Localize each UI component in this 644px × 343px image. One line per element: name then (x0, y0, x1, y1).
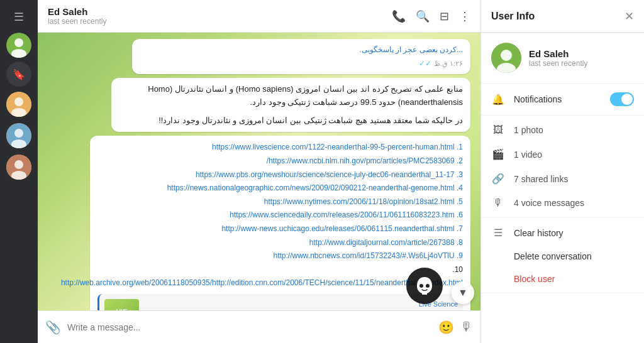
link-6[interactable]: 6. https://www.sciencedaily.com/releases… (97, 209, 463, 222)
scroll-down-button[interactable]: ▼ (452, 281, 474, 304)
notifications-section: 🔔 Notifications (481, 84, 644, 116)
chat-header-actions: 📞 🔍 ⊟ ⋮ (392, 9, 470, 23)
voice-count: 4 voice messages (514, 198, 584, 208)
menu-icon[interactable]: ☰ (9, 5, 29, 29)
delete-conversation-label: Delete conversation (514, 251, 592, 261)
clear-history-icon: ☰ (491, 227, 505, 239)
link-5[interactable]: 5. https://www.nytimes.com/2006/11/18/op… (97, 195, 463, 209)
message-input[interactable] (67, 322, 432, 332)
delete-conversation-button[interactable]: Delete conversation (481, 245, 644, 268)
panel-profile: Ed Saleh last seen recently (481, 33, 644, 84)
link-9[interactable]: 9. http://www.nbcnews.com/id/15732243/#.… (97, 249, 463, 263)
mic-icon[interactable]: 🎙 (460, 320, 473, 334)
link-1[interactable]: 1. https://www.livescience.com/1122-nean… (97, 141, 463, 155)
preview-source: Live Science (144, 299, 458, 310)
preview-image: LIVESCIEN (104, 299, 139, 310)
message-text-top: ...کردن بعضی عجز از پاسخگویی. (359, 45, 463, 54)
profile-info: Ed Saleh last seen recently (529, 48, 587, 68)
block-user-label: Block user (514, 274, 555, 284)
notifications-label: Notifications (514, 94, 601, 104)
user-avatar[interactable] (6, 33, 31, 58)
clear-history-label: Clear history (514, 228, 564, 238)
link-7[interactable]: 7. http://www-news.uchicago.edu/releases… (97, 222, 463, 236)
svg-point-15 (501, 50, 512, 61)
sidebar-contact-3[interactable] (6, 155, 31, 180)
chat-input-bar: 📎 🙂 🎙 (38, 310, 480, 343)
call-icon[interactable]: 📞 (392, 9, 406, 23)
chat-messages: ...کردن بعضی عجز از پاسخگویی. ۱:۲۶ ق.ظ ✓… (38, 33, 480, 310)
bot-avatar (406, 268, 443, 304)
preview-title: Neanderthal: 99.5 Percent Human (144, 309, 458, 310)
bot-icon (413, 275, 436, 297)
clear-history-button[interactable]: ☰ Clear history (481, 220, 644, 245)
photos-count: 1 photo (514, 125, 543, 135)
sidebar-contact-2[interactable] (6, 123, 31, 148)
profile-avatar (491, 43, 521, 73)
notifications-row[interactable]: 🔔 Notifications (481, 86, 644, 112)
sidebar-contact-1[interactable] (6, 92, 31, 117)
video-icon: 🎬 (491, 148, 505, 160)
panel-title: User Info (491, 11, 625, 22)
sidebar: ☰ 🔖 (0, 0, 38, 343)
svg-point-4 (14, 97, 23, 106)
photos-row[interactable]: 🖼 1 photo (481, 118, 644, 142)
link-10-label: 10. (452, 265, 463, 274)
preview-card: Live Science Neanderthal: 99.5 Percent H… (97, 294, 463, 310)
profile-name: Ed Saleh (529, 48, 587, 59)
videos-row[interactable]: 🎬 1 video (481, 142, 644, 166)
user-info-panel: User Info ✕ Ed Saleh last seen recently … (480, 0, 644, 343)
photo-icon: 🖼 (491, 124, 505, 136)
svg-point-12 (419, 284, 423, 288)
message-check-top: ✓✓ (419, 58, 431, 69)
emoji-icon[interactable]: 🙂 (438, 320, 454, 335)
links-row[interactable]: 🔗 7 shared links (481, 166, 644, 191)
attach-icon[interactable]: 📎 (45, 320, 61, 335)
bell-icon: 🔔 (491, 94, 505, 106)
link-3[interactable]: 3. https://www.pbs.org/newshour/science/… (97, 168, 463, 182)
media-section: 🖼 1 photo 🎬 1 video 🔗 7 shared links 🎙 4… (481, 116, 644, 218)
layout-icon[interactable]: ⊟ (440, 9, 449, 23)
svg-point-10 (14, 160, 23, 169)
message-text-1: منابع علمی که تصریح کرده اند بین انسان ا… (119, 83, 463, 109)
sidebar-bookmark-icon[interactable]: 🔖 (6, 62, 31, 87)
chat-header: Ed Saleh last seen recently 📞 🔍 ⊟ ⋮ (38, 0, 480, 33)
chat-contact-name: Ed Saleh (48, 6, 384, 17)
actions-section: ☰ Clear history Delete conversation Bloc… (481, 218, 644, 293)
links-list: 1. https://www.livescience.com/1122-nean… (97, 141, 463, 290)
notifications-toggle[interactable] (610, 92, 634, 106)
voice-icon: 🎙 (491, 197, 505, 209)
more-icon[interactable]: ⋮ (459, 9, 470, 23)
svg-point-1 (14, 38, 23, 47)
panel-close-button[interactable]: ✕ (625, 9, 634, 23)
chat-area: Ed Saleh last seen recently 📞 🔍 ⊟ ⋮ ...ک… (38, 0, 480, 343)
message-bubble-top: ...کردن بعضی عجز از پاسخگویی. ۱:۲۶ ق.ظ ✓… (132, 39, 470, 74)
chat-header-info: Ed Saleh last seen recently (48, 6, 384, 26)
chat-contact-status: last seen recently (48, 17, 384, 26)
profile-status: last seen recently (529, 59, 587, 68)
links-count: 7 shared links (514, 174, 568, 184)
link-2[interactable]: 2. https://www.ncbi.nlm.nih.gov/pmc/arti… (97, 155, 463, 168)
block-user-button[interactable]: Block user (481, 268, 644, 290)
link-4[interactable]: 4. https://news.nationalgeographic.com/n… (97, 182, 463, 195)
link-icon: 🔗 (491, 173, 505, 185)
message-text-1b: در حالیکه شما معتقد هستید هیچ شباهت ژنتی… (119, 114, 463, 128)
link-8[interactable]: 8. http://www.digitaljournal.com/article… (97, 236, 463, 250)
search-icon[interactable]: 🔍 (416, 9, 430, 23)
svg-point-13 (426, 284, 430, 288)
voice-row[interactable]: 🎙 4 voice messages (481, 191, 644, 215)
videos-count: 1 video (514, 150, 542, 160)
message-time-top: ۱:۲۶ ق.ظ ✓✓ (140, 58, 463, 69)
svg-point-7 (14, 129, 23, 138)
message-bubble-1: منابع علمی که تصریح کرده اند بین انسان ا… (111, 78, 470, 132)
panel-header: User Info ✕ (481, 0, 644, 33)
